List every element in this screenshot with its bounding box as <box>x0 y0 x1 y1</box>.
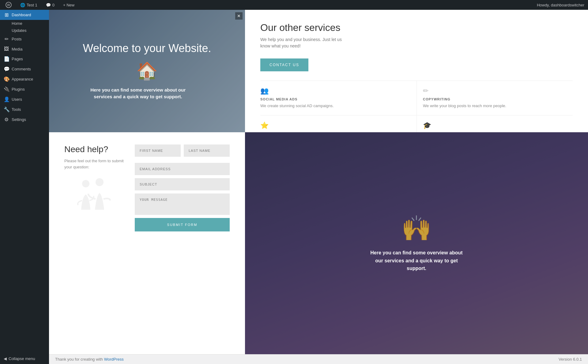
service-name-social: SOCIAL MEDIA ADS <box>260 97 410 101</box>
hero-title: Welcome to your Website. <box>83 42 211 55</box>
service-item-social: 👥 SOCIAL MEDIA ADS We create stunning so… <box>260 81 417 115</box>
message-textarea[interactable] <box>135 193 230 215</box>
sidebar-item-comments[interactable]: 💬 Comments <box>0 64 49 74</box>
admin-bar: W 🌐 Test 1 💬 0 + New Howdy, dashboardswi… <box>0 0 588 10</box>
plugins-icon: 🔌 <box>4 86 9 92</box>
sidebar: ⊞ Dashboard Home Updates ✏ Posts 🖼 Media… <box>0 10 49 364</box>
settings-icon: ⚙ <box>4 117 9 122</box>
print-design-icon: ⭐ <box>260 122 410 129</box>
form-title: Need help? <box>64 144 126 154</box>
site-icon: 🌐 <box>20 3 25 7</box>
media-icon: 🖼 <box>4 46 9 52</box>
submit-form-button[interactable]: SUBMIT FORM <box>135 218 230 231</box>
hero-house-icon: 🏠 <box>83 61 211 81</box>
service-desc-social: We create stunning social AD campaigns. <box>260 103 410 109</box>
content-area: ✕ Welcome to your Website. 🏠 Here you ca… <box>49 10 588 364</box>
sidebar-collapse-button[interactable]: ◀ Collapse menu <box>0 353 49 364</box>
sidebar-item-posts[interactable]: ✏ Posts <box>0 34 49 44</box>
pages-icon: 📄 <box>4 56 9 62</box>
main-layout: ⊞ Dashboard Home Updates ✏ Posts 🖼 Media… <box>0 10 588 364</box>
preview-hero: ✕ Welcome to your Website. 🏠 Here you ca… <box>49 10 245 132</box>
tools-icon: 🔧 <box>4 107 9 112</box>
cta-content: 🙌 Here you can find some overview about … <box>355 202 478 285</box>
email-input[interactable] <box>135 163 230 175</box>
preview-bottom: Need help? Please feel out the form to s… <box>49 132 588 354</box>
form-subtitle: Please feel out the form to submit your … <box>64 158 126 170</box>
footer-thanks: Thank you for creating with WordPress <box>55 357 124 362</box>
footer: Thank you for creating with WordPress Ve… <box>49 354 588 364</box>
footer-wordpress-link[interactable]: WordPress <box>104 357 124 362</box>
hero-content: Welcome to your Website. 🏠 Here you can … <box>83 42 211 100</box>
sidebar-sub-updates[interactable]: Updates <box>0 27 49 34</box>
form-left: Need help? Please feel out the form to s… <box>64 144 126 342</box>
hero-desc: Here you can find some overview about ou… <box>83 87 193 100</box>
preview-services: Our other services We help you and your … <box>245 10 588 132</box>
collapse-icon: ◀ <box>4 356 7 361</box>
services-subtitle: We help you and your business. Just let … <box>260 36 352 49</box>
form-right: SUBMIT FORM <box>135 144 230 342</box>
appearance-icon: 🎨 <box>4 76 9 82</box>
sidebar-item-pages[interactable]: 📄 Pages <box>0 54 49 64</box>
contact-us-button[interactable]: CONTACT US <box>260 58 308 71</box>
copywriting-icon: ✏ <box>423 87 567 95</box>
service-desc-copywriting: We write your blog posts to reach more p… <box>423 103 567 109</box>
svg-text:W: W <box>7 3 10 7</box>
sidebar-item-media[interactable]: 🖼 Media <box>0 44 49 54</box>
posts-icon: ✏ <box>4 36 9 42</box>
comments-menu-icon: 💬 <box>4 66 9 72</box>
sidebar-item-plugins[interactable]: 🔌 Plugins <box>0 84 49 94</box>
comments-icon: 💬 <box>46 3 51 7</box>
admin-bar-comments[interactable]: 💬 0 <box>44 0 56 10</box>
svg-point-2 <box>82 180 89 187</box>
sidebar-item-settings[interactable]: ⚙ Settings <box>0 114 49 125</box>
cta-text: Here you can find some overview about ou… <box>368 249 466 272</box>
services-title: Our other services <box>260 22 573 33</box>
first-name-input[interactable] <box>135 144 181 157</box>
users-icon: 👤 <box>4 96 9 102</box>
sidebar-item-users[interactable]: 👤 Users <box>0 94 49 104</box>
preview-form-section: Need help? Please feel out the form to s… <box>49 132 245 354</box>
subject-input[interactable] <box>135 178 230 190</box>
service-item-copywriting: ✏ COPYWRITING We write your blog posts t… <box>417 81 573 115</box>
admin-bar-greeting: Howdy, dashboardswitcher <box>537 3 584 7</box>
form-illustration <box>64 176 126 214</box>
sidebar-item-appearance[interactable]: 🎨 Appearance <box>0 74 49 84</box>
social-media-icon: 👥 <box>260 87 410 95</box>
sidebar-item-dashboard[interactable]: ⊞ Dashboard <box>0 10 49 20</box>
admin-bar-site-name[interactable]: 🌐 Test 1 <box>18 0 39 10</box>
dashboard-icon: ⊞ <box>4 12 9 18</box>
footer-version: Version 6.0.1 <box>559 357 582 362</box>
form-name-row <box>135 144 230 160</box>
cta-figure-icon: 🙌 <box>368 214 466 243</box>
preview-top: ✕ Welcome to your Website. 🏠 Here you ca… <box>49 10 588 132</box>
sidebar-item-tools[interactable]: 🔧 Tools <box>0 104 49 114</box>
preview-close-button[interactable]: ✕ <box>235 12 243 20</box>
sidebar-sub-home[interactable]: Home <box>0 20 49 27</box>
coaching-icon: 🎓 <box>423 122 567 129</box>
preview-cta: 🙌 Here you can find some overview about … <box>245 132 588 354</box>
service-name-copywriting: COPYWRITING <box>423 97 567 101</box>
last-name-input[interactable] <box>184 144 230 157</box>
admin-bar-wp-logo[interactable]: W <box>4 0 13 10</box>
admin-bar-new[interactable]: + New <box>61 0 76 10</box>
svg-point-3 <box>96 178 104 186</box>
